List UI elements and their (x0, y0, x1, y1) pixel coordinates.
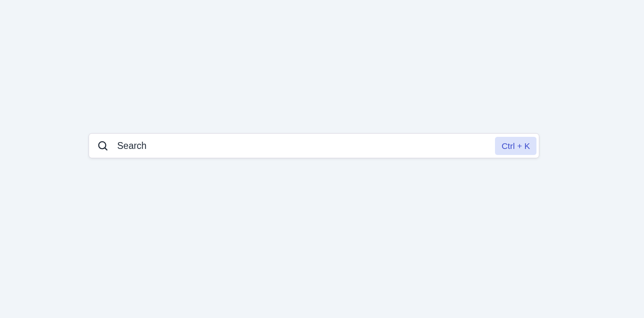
search-bar[interactable]: Ctrl + K (89, 133, 539, 158)
keyboard-shortcut-badge: Ctrl + K (495, 137, 536, 155)
search-input[interactable] (117, 140, 495, 151)
search-icon (97, 140, 108, 151)
svg-line-1 (105, 148, 107, 150)
